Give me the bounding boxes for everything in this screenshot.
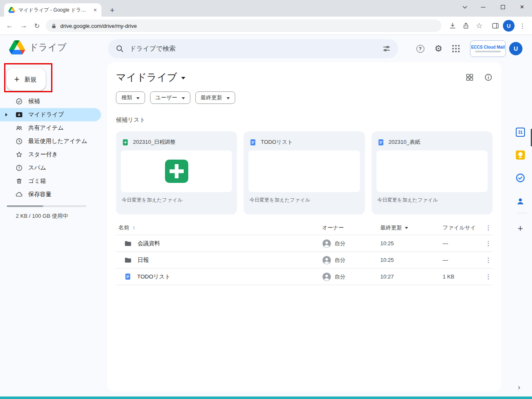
expand-panel-button[interactable]: › <box>518 383 520 392</box>
column-label: オーナー <box>322 224 344 231</box>
share-button[interactable] <box>459 19 473 33</box>
sidebar-item-starred[interactable]: スター付き <box>0 148 101 161</box>
details-button[interactable] <box>484 73 493 81</box>
search-options-icon[interactable] <box>382 44 391 53</box>
card-reason: 今日変更を加えたファイル <box>116 192 237 208</box>
modified-time: 10:25 <box>380 257 443 263</box>
apps-grid-icon <box>452 45 460 52</box>
contacts-icon <box>516 197 525 206</box>
main-header: マイドライブ <box>116 70 493 85</box>
sidebar-item-storage[interactable]: 保存容量 <box>0 188 101 201</box>
drive-logo[interactable]: ドライブ <box>9 40 66 54</box>
drive-profile-avatar[interactable]: U <box>509 42 522 55</box>
tasks-button[interactable] <box>515 172 526 184</box>
filter-chip-modified[interactable]: 最終更新 <box>195 91 235 104</box>
reload-button[interactable]: ↻ <box>30 19 44 33</box>
search-icon[interactable] <box>116 44 124 53</box>
suggestion-card[interactable]: 202310_日程調整 今日変更を加えたファイル <box>116 131 237 214</box>
sheets-logo-icon <box>165 160 188 183</box>
owner-name: 自分 <box>335 240 345 247</box>
browser-tab[interactable]: マイドライブ - Google ドライブ × <box>4 3 101 17</box>
column-header-modified[interactable]: 最終更新 <box>380 224 443 232</box>
google-apps-button[interactable] <box>451 44 461 54</box>
chevron-down-icon <box>182 97 185 99</box>
screen-share-border <box>0 397 532 399</box>
sidebar-item-my-drive[interactable]: マイドライブ <box>0 108 101 121</box>
keep-button[interactable] <box>515 149 526 161</box>
settings-button[interactable]: ⚙ <box>433 44 443 54</box>
file-list: 名前 ↑ オーナー 最終更新 ファイルサイ ⋮ 会議資料 <box>116 220 493 285</box>
column-label: 最終更新 <box>380 224 402 232</box>
workspace-side-rail: 31 + › <box>512 62 532 397</box>
browser-menu-button[interactable]: ⋮ <box>515 19 530 33</box>
chevron-down-icon <box>136 97 140 99</box>
url-text: drive.google.com/drive/my-drive <box>60 23 137 29</box>
column-header-size[interactable]: ファイルサイ <box>443 224 484 232</box>
file-row[interactable]: TODOリスト 自分 10:27 1 KB ⋮ <box>116 268 493 285</box>
back-button[interactable]: ← <box>2 19 17 33</box>
chip-label: ユーザー <box>155 94 177 101</box>
contacts-button[interactable] <box>515 195 526 207</box>
sidebar-item-label: マイドライブ <box>28 111 64 118</box>
window-maximize-button[interactable] <box>493 0 512 14</box>
sidebar-item-trash[interactable]: ゴミ箱 <box>0 175 101 188</box>
suggestion-card[interactable]: 202310_表紙 今日変更を加えたファイル <box>372 131 493 214</box>
get-add-ons-button[interactable]: + <box>515 223 526 234</box>
owner-name: 自分 <box>335 273 345 281</box>
sidebar-item-suggestions[interactable]: 候補 <box>0 95 101 108</box>
drive-favicon-icon <box>8 7 15 13</box>
expand-caret-icon[interactable] <box>5 113 7 116</box>
kebab-icon: ⋮ <box>519 22 526 30</box>
row-menu-button[interactable]: ⋮ <box>484 256 493 264</box>
calendar-button[interactable]: 31 <box>515 126 526 138</box>
browser-profile-avatar[interactable]: U <box>503 20 515 32</box>
column-header-owner[interactable]: オーナー <box>322 224 380 232</box>
sidebar-item-recent[interactable]: 最近使用したアイテム <box>0 135 101 148</box>
kebab-icon: ⋮ <box>485 240 492 247</box>
column-header-menu[interactable]: ⋮ <box>484 224 493 232</box>
bookmark-star-button[interactable]: ☆ <box>472 19 486 33</box>
tab-search-button[interactable] <box>458 2 471 12</box>
card-thumbnail <box>121 150 232 192</box>
new-button[interactable]: + 新規 <box>7 68 46 91</box>
sidebar-item-spam[interactable]: スパム <box>0 161 101 175</box>
keep-icon <box>516 150 525 160</box>
row-menu-button[interactable]: ⋮ <box>484 240 493 247</box>
kebab-icon: ⋮ <box>485 256 492 264</box>
address-bar[interactable]: drive.google.com/drive/my-drive <box>46 20 441 32</box>
side-panel-button[interactable] <box>488 19 502 33</box>
maximize-icon <box>501 5 505 9</box>
tasks-icon <box>516 173 525 182</box>
row-menu-button[interactable]: ⋮ <box>484 273 493 281</box>
account-badge[interactable]: ECCS Cloud Mail <box>470 40 506 57</box>
new-tab-button[interactable]: + <box>106 5 118 16</box>
column-header-name[interactable]: 名前 ↑ <box>116 224 322 232</box>
page-title-dropdown[interactable]: マイドライブ <box>116 71 185 84</box>
chip-label: 最終更新 <box>201 94 222 101</box>
card-reason: 今日変更を加えたファイル <box>372 192 493 208</box>
drive-search-bar[interactable] <box>108 39 398 58</box>
drive-app: ドライブ ? ⚙ ECCS Cloud Mail U + 新規 <box>0 35 532 397</box>
download-button[interactable] <box>446 19 460 33</box>
grid-view-toggle[interactable] <box>466 74 473 81</box>
sidebar-item-shared[interactable]: 共有アイテム <box>0 121 101 135</box>
account-badge-subtext <box>475 51 501 52</box>
alert-circle-icon <box>15 164 23 172</box>
share-icon <box>462 22 470 30</box>
forward-button[interactable]: → <box>17 19 31 33</box>
search-input[interactable] <box>130 45 377 52</box>
filter-chip-type[interactable]: 種類 <box>116 91 145 104</box>
tab-close-icon[interactable]: × <box>92 7 98 13</box>
suggestion-card[interactable]: TODOリスト 今日変更を加えたファイル <box>244 131 365 214</box>
filter-chip-people[interactable]: ユーザー <box>150 91 190 104</box>
file-row[interactable]: 日報 自分 10:25 — ⋮ <box>116 252 493 268</box>
sidebar-item-label: 候補 <box>28 98 40 105</box>
file-list-header: 名前 ↑ オーナー 最終更新 ファイルサイ ⋮ <box>116 220 493 235</box>
avatar-letter: U <box>514 45 518 52</box>
file-row[interactable]: 会議資料 自分 10:25 — ⋮ <box>116 235 493 252</box>
avatar-letter: U <box>507 23 510 29</box>
window-minimize-button[interactable] <box>473 0 493 14</box>
window-close-button[interactable]: × <box>512 0 532 14</box>
folder-icon <box>124 256 132 264</box>
help-button[interactable]: ? <box>415 44 425 54</box>
